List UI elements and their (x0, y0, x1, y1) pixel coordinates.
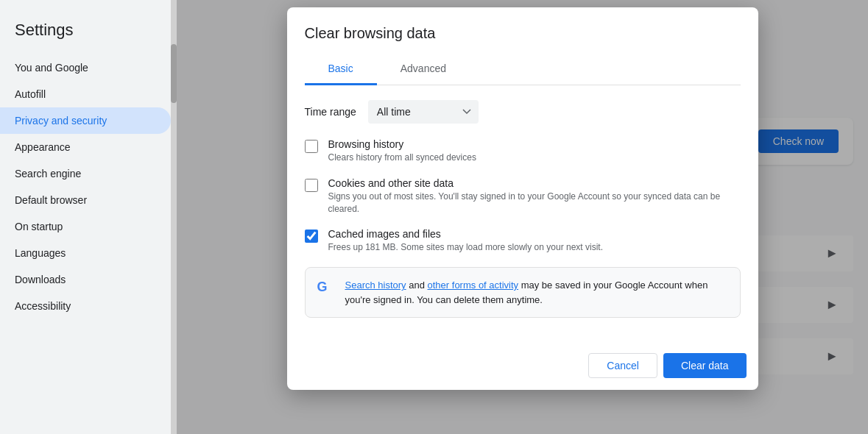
dialog-title: Clear browsing data (305, 25, 741, 42)
sidebar-scrollbar-thumb (171, 44, 177, 103)
sidebar-item-you-and-google[interactable]: You and Google (0, 54, 171, 81)
sidebar-title: Settings (0, 15, 177, 54)
sidebar-item-accessibility[interactable]: Accessibility (0, 293, 171, 319)
checkbox-cookies: Cookies and other site data Signs you ou… (305, 177, 741, 216)
time-range-select[interactable]: Last hour Last 24 hours Last 7 days Last… (368, 100, 479, 124)
sidebar-item-privacy-security[interactable]: Privacy and security (0, 107, 171, 134)
clear-data-button[interactable]: Clear data (663, 353, 747, 378)
google-account-info-box: G Search history and other forms of acti… (305, 267, 741, 318)
sidebar-scrollbar[interactable] (171, 0, 177, 434)
sidebar: Settings You and Google Autofill Privacy… (0, 0, 177, 434)
main-content: re Check now ► ► ► Clear browsing data B… (177, 0, 868, 434)
dialog-body: Time range Last hour Last 24 hours Last … (287, 85, 758, 347)
time-range-row: Time range Last hour Last 24 hours Last … (305, 100, 741, 124)
dialog-tabs: Basic Advanced (305, 54, 741, 85)
sidebar-item-default-browser[interactable]: Default browser (0, 187, 171, 213)
checkbox-cached-images: Cached images and files Frees up 181 MB.… (305, 228, 741, 254)
dialog-overlay: Clear browsing data Basic Advanced Time … (177, 0, 868, 434)
dialog-footer: Cancel Clear data (287, 347, 758, 390)
browsing-history-label[interactable]: Browsing history Clears history from all… (328, 138, 476, 164)
search-history-link[interactable]: Search history (345, 280, 406, 291)
other-forms-link[interactable]: other forms of activity (428, 280, 519, 291)
sidebar-item-downloads[interactable]: Downloads (0, 266, 171, 293)
info-box-text: Search history and other forms of activi… (345, 278, 728, 307)
browsing-history-checkbox[interactable] (305, 140, 318, 153)
time-range-label: Time range (305, 106, 356, 118)
sidebar-item-autofill[interactable]: Autofill (0, 81, 171, 107)
cookies-checkbox[interactable] (305, 179, 318, 192)
clear-browsing-data-dialog: Clear browsing data Basic Advanced Time … (287, 7, 758, 390)
checkbox-browsing-history: Browsing history Clears history from all… (305, 138, 741, 164)
sidebar-item-languages[interactable]: Languages (0, 240, 171, 266)
tab-advanced[interactable]: Advanced (377, 54, 470, 85)
google-g-icon: G (317, 280, 335, 297)
cookies-label[interactable]: Cookies and other site data Signs you ou… (328, 177, 741, 216)
cached-images-label[interactable]: Cached images and files Frees up 181 MB.… (328, 228, 603, 254)
cached-images-checkbox[interactable] (305, 230, 318, 243)
tab-basic[interactable]: Basic (305, 54, 377, 85)
cancel-button[interactable]: Cancel (588, 353, 657, 378)
sidebar-item-search-engine[interactable]: Search engine (0, 160, 171, 187)
dialog-header: Clear browsing data Basic Advanced (287, 7, 758, 85)
sidebar-item-appearance[interactable]: Appearance (0, 134, 171, 160)
sidebar-item-on-startup[interactable]: On startup (0, 213, 171, 240)
